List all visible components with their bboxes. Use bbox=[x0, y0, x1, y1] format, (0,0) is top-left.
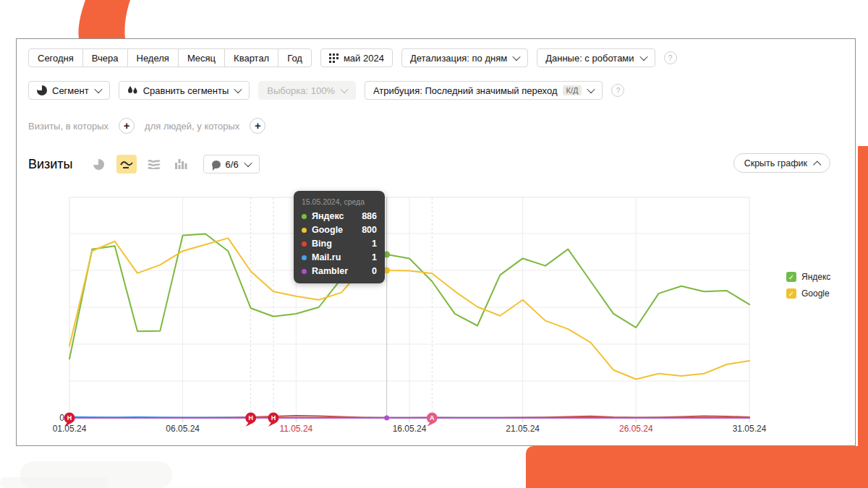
visits-filter-text: Визиты, в которых bbox=[28, 121, 109, 132]
period-tab-вчера[interactable]: Вчера bbox=[82, 48, 128, 67]
detail-label: Детализация: по дням bbox=[410, 53, 507, 64]
toolbar-row-segments: Сегмент Сравнить сегменты Выборка: 100% … bbox=[28, 81, 624, 100]
data-mode-dropdown[interactable]: Данные: с роботами bbox=[537, 48, 655, 67]
period-tab-квартал[interactable]: Квартал bbox=[224, 48, 278, 67]
pie-chart-type-icon[interactable] bbox=[89, 155, 109, 174]
chevron-down-icon bbox=[94, 85, 102, 93]
attribution-label: Атрибуция: Последний значимый переход bbox=[373, 85, 558, 96]
period-tab-сегодня[interactable]: Сегодня bbox=[28, 48, 83, 67]
x-axis-label: 16.05.24 bbox=[393, 424, 427, 434]
tooltip-row: Bing1 bbox=[302, 239, 377, 249]
tooltip-series-value: 1 bbox=[372, 239, 377, 249]
legend-checkbox[interactable]: ✓ bbox=[786, 272, 796, 282]
series-dot-icon bbox=[302, 228, 307, 233]
chart-tooltip: 15.05.2024, среда Яндекс886Google800Bing… bbox=[294, 191, 385, 283]
hide-chart-label: Скрыть график bbox=[744, 158, 807, 168]
tooltip-series-value: 0 bbox=[372, 266, 377, 276]
tooltip-date: 15.05.2024, среда bbox=[302, 197, 377, 206]
stacked-area-type-icon[interactable] bbox=[144, 155, 164, 174]
tooltip-rows: Яндекс886Google800Bing1Mail.ru1Rambler0 bbox=[302, 211, 377, 276]
sampling-dropdown[interactable]: Выборка: 100% bbox=[258, 81, 356, 100]
legend-checkbox[interactable]: ✓ bbox=[786, 288, 796, 299]
comments-count: 6/6 bbox=[226, 159, 239, 170]
detail-dropdown[interactable]: Детализация: по дням bbox=[401, 48, 528, 67]
x-axis-label: 06.05.24 bbox=[166, 424, 200, 434]
line-chart-type-icon[interactable] bbox=[116, 155, 137, 174]
annotation-marker-а[interactable]: А bbox=[427, 413, 438, 427]
sampling-label: Выборка: 100% bbox=[267, 85, 335, 96]
tooltip-series-value: 1 bbox=[372, 252, 377, 262]
tooltip-row: Яндекс886 bbox=[302, 211, 377, 221]
compare-segments-dropdown[interactable]: Сравнить сегменты bbox=[119, 81, 250, 100]
segment-pie-icon bbox=[37, 85, 47, 95]
filter-row: Визиты, в которых + для людей, у которых… bbox=[28, 118, 265, 134]
period-tab-месяц[interactable]: Месяц bbox=[178, 48, 225, 67]
chart-legend: ✓Яндекс✓Google bbox=[786, 272, 830, 299]
tooltip-row: Google800 bbox=[302, 225, 377, 235]
tooltip-series-name: Google bbox=[312, 225, 362, 235]
chevron-up-icon bbox=[813, 160, 821, 168]
period-tab-год[interactable]: Год bbox=[278, 48, 312, 67]
decor-bottom-left-blob2 bbox=[0, 477, 109, 488]
y-axis-zero-label: 0 bbox=[59, 413, 64, 423]
add-people-filter-button[interactable]: + bbox=[250, 118, 265, 134]
calendar-grid-icon bbox=[329, 53, 339, 63]
svg-text:Н: Н bbox=[271, 414, 276, 421]
series-dot-icon bbox=[302, 269, 307, 274]
attribution-badge: К/Д bbox=[563, 85, 582, 95]
comment-bubble-icon bbox=[212, 160, 221, 168]
metrica-panel: СегодняВчераНеделяМесяцКварталГод май 20… bbox=[16, 38, 856, 446]
hide-chart-button[interactable]: Скрыть график bbox=[733, 153, 830, 173]
period-tabs: СегодняВчераНеделяМесяцКварталГод bbox=[28, 48, 312, 67]
comments-dropdown[interactable]: 6/6 bbox=[203, 155, 260, 174]
x-axis-label: 26.05.24 bbox=[619, 424, 653, 434]
chevron-down-icon bbox=[244, 159, 252, 167]
help-icon[interactable]: ? bbox=[664, 51, 677, 64]
legend-label: Яндекс bbox=[801, 272, 830, 282]
compare-label: Сравнить сегменты bbox=[143, 85, 229, 96]
chevron-down-icon bbox=[639, 53, 647, 61]
legend-item-google[interactable]: ✓Google bbox=[786, 288, 830, 299]
annotation-marker-н[interactable]: Н bbox=[268, 413, 279, 427]
add-visit-filter-button[interactable]: + bbox=[119, 118, 135, 134]
people-filter-text: для людей, у которых bbox=[145, 121, 239, 132]
drops-icon bbox=[127, 85, 138, 95]
svg-text:Н: Н bbox=[67, 414, 72, 421]
tooltip-series-name: Mail.ru bbox=[312, 252, 372, 262]
annotation-marker-н[interactable]: Н bbox=[245, 413, 256, 427]
tooltip-series-name: Bing bbox=[312, 239, 372, 249]
chart-title: Визиты bbox=[28, 157, 73, 172]
bar-chart-type-icon[interactable] bbox=[171, 155, 192, 174]
chevron-down-icon bbox=[587, 85, 595, 93]
svg-text:А: А bbox=[430, 414, 435, 421]
toolbar-row-periods: СегодняВчераНеделяМесяцКварталГод май 20… bbox=[28, 48, 677, 67]
tooltip-series-value: 886 bbox=[362, 211, 377, 221]
decor-top-arc bbox=[77, 0, 137, 38]
legend-item-яндекс[interactable]: ✓Яндекс bbox=[786, 272, 830, 282]
tooltip-series-name: Яндекс bbox=[312, 211, 362, 221]
series-dot-icon bbox=[302, 241, 307, 247]
visits-chart-area[interactable]: 01.05.2406.05.2411.05.2416.05.2421.05.24… bbox=[44, 190, 767, 443]
attribution-dropdown[interactable]: Атрибуция: Последний значимый переход К/… bbox=[365, 81, 603, 100]
hover-dot-rambler bbox=[384, 416, 389, 421]
series-dot-icon bbox=[302, 255, 307, 260]
period-tab-неделя[interactable]: Неделя bbox=[127, 48, 179, 67]
segment-label: Сегмент bbox=[52, 85, 89, 96]
x-axis-label: 31.05.24 bbox=[733, 424, 767, 434]
x-axis-label: 21.05.24 bbox=[506, 424, 540, 434]
chevron-down-icon bbox=[340, 85, 348, 93]
svg-text:Н: Н bbox=[248, 414, 253, 421]
tooltip-series-name: Rambler bbox=[312, 266, 372, 276]
calendar-button[interactable]: май 2024 bbox=[320, 48, 393, 67]
calendar-label: май 2024 bbox=[344, 53, 384, 64]
help-icon[interactable]: ? bbox=[611, 84, 624, 97]
tooltip-row: Rambler0 bbox=[302, 266, 377, 276]
decor-bottom-block bbox=[526, 446, 868, 488]
visits-chart[interactable]: 01.05.2406.05.2411.05.2416.05.2421.05.24… bbox=[44, 190, 767, 443]
x-axis-label: 01.05.24 bbox=[53, 424, 87, 434]
chart-header-row: Визиты 6/ bbox=[28, 155, 260, 174]
chevron-down-icon bbox=[234, 85, 242, 93]
series-dot-icon bbox=[302, 214, 307, 219]
segment-dropdown[interactable]: Сегмент bbox=[28, 81, 110, 100]
x-axis-label: 11.05.24 bbox=[279, 424, 312, 434]
